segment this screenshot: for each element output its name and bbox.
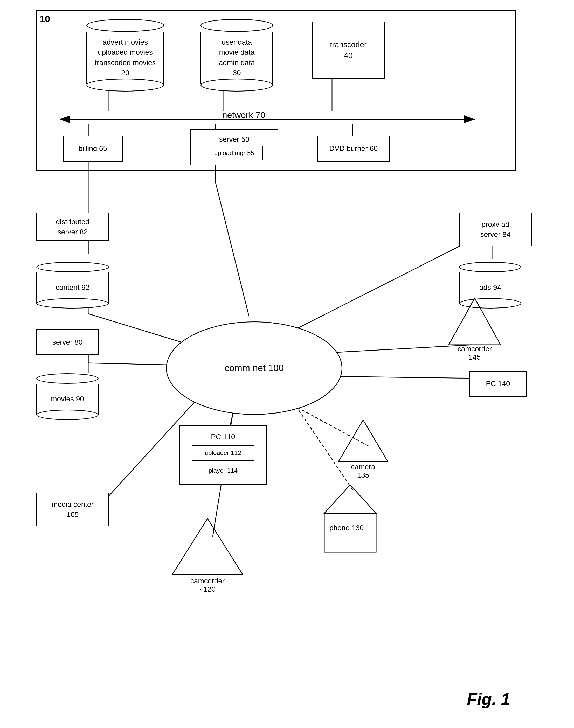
svg-line-10 (215, 181, 249, 316)
server-50-label: server 50 (219, 134, 249, 144)
media-center-105-label: media center105 (52, 499, 94, 520)
cylinder-content-92: content 92 (36, 262, 109, 308)
cylinder-20-label: advert moviesuploaded moviestranscoded m… (95, 37, 156, 78)
content-92-label: content 92 (56, 282, 90, 293)
box-server-80: server 80 (36, 329, 98, 355)
comm-net-100-label: comm net 100 (224, 363, 284, 374)
box-media-center-105: media center105 (36, 493, 109, 526)
phone-130: phone 130 (317, 482, 384, 556)
fig-label-text: Fig. 1 (467, 690, 510, 709)
uploader-112-label: uploader 112 (205, 448, 241, 457)
proxy-ad-server-84-label: proxy adserver 84 (480, 219, 511, 240)
distributed-server-82-label: distributedserver 82 (56, 217, 89, 237)
box-uploader-112: uploader 112 (192, 445, 254, 461)
pc-110-label: PC 110 (211, 432, 235, 442)
diagram: network 70 10 advert moviesuploaded movi… (21, 10, 552, 716)
camera-135: camera135 (337, 417, 389, 479)
box-server-50: server 50 upload mgr 55 (190, 129, 278, 165)
svg-marker-31 (449, 298, 501, 345)
cylinder-30-label: user datamovie dataadmin data30 (219, 37, 255, 78)
box-proxy-ad-server-84: proxy adserver 84 (459, 213, 532, 246)
box-pc-110: PC 110 uploader 112 player 114 (179, 425, 267, 485)
label-10: 10 (40, 14, 50, 25)
fig-label: Fig. 1 (467, 690, 510, 709)
phone-130-house (317, 482, 384, 555)
box-upload-mgr-55: upload mgr 55 (206, 146, 263, 160)
player-114-label: player 114 (209, 466, 238, 475)
camcorder-145-label: camcorder145 (457, 345, 492, 361)
movies-90-label: movies 90 (51, 394, 84, 404)
svg-marker-35 (172, 518, 243, 574)
ellipse-comm-net-100: comm net 100 (166, 322, 342, 415)
pc-140-label: PC 140 (486, 379, 510, 389)
top-section: 10 advert moviesuploaded moviestranscode… (36, 10, 516, 171)
box-dvd-60: DVD burner 60 (317, 136, 390, 162)
svg-line-13 (88, 314, 181, 342)
camcorder-120: camcorder· 120 (171, 516, 244, 593)
camcorder-145: camcorder145 (446, 296, 503, 361)
cylinder-30: user datamovie dataadmin data30 (201, 19, 273, 91)
box-distributed-server-82: distributedserver 82 (36, 213, 109, 241)
phone-130-label: phone 130 (329, 524, 364, 532)
transcoder-40-label: transcoder40 (330, 39, 367, 61)
box-billing-65: billing 65 (63, 136, 123, 162)
camera-135-label: camera135 (351, 463, 375, 479)
svg-rect-33 (324, 513, 376, 552)
dvd-60-label: DVD burner 60 (329, 143, 378, 154)
cylinder-movies-90: movies 90 (36, 373, 98, 420)
box-pc-140: PC 140 (469, 371, 527, 397)
camera-135-triangle (337, 417, 389, 464)
camcorder-120-triangle (171, 516, 244, 578)
box-player-114: player 114 (192, 463, 254, 478)
camcorder-120-label: camcorder· 120 (191, 577, 224, 593)
upload-mgr-55-label: upload mgr 55 (214, 148, 254, 157)
svg-marker-32 (338, 420, 388, 462)
box-transcoder-40: transcoder40 (312, 22, 385, 79)
camcorder-145-triangle (446, 296, 503, 347)
svg-marker-34 (324, 485, 376, 513)
billing-65-label: billing 65 (79, 143, 108, 154)
cylinder-20: advert moviesuploaded moviestranscoded m… (86, 19, 164, 91)
server-80-label: server 80 (52, 337, 83, 347)
ads-94-label: ads 94 (479, 282, 501, 293)
